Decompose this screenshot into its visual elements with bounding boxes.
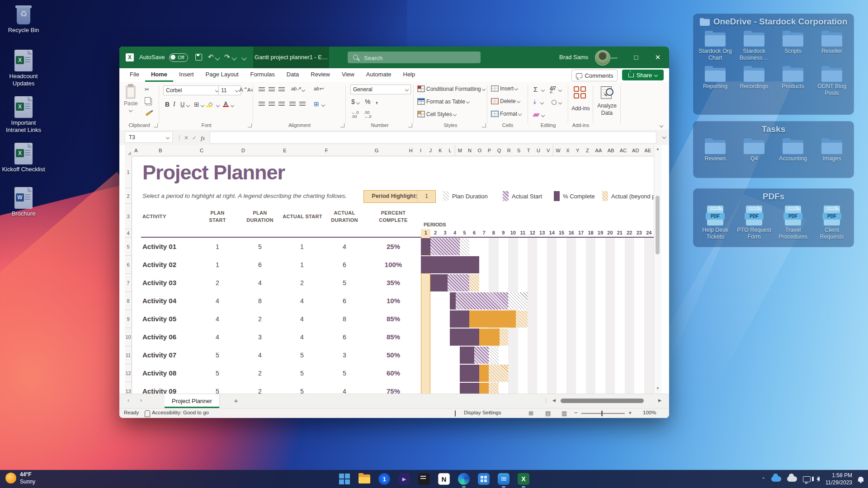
scroll-down-icon[interactable]: ▼: [656, 386, 660, 390]
number-format-select[interactable]: General: [350, 84, 411, 94]
tab-data[interactable]: Data: [281, 68, 305, 82]
tray-overflow-icon[interactable]: ⌃: [761, 477, 765, 482]
underline-dropdown-icon[interactable]: [186, 103, 190, 107]
increase-indent-icon[interactable]: [299, 102, 306, 106]
notion-taskbar-icon[interactable]: N: [438, 473, 450, 485]
clear-button[interactable]: [533, 113, 540, 117]
desktop-icon-kickoff-checklist[interactable]: XKickoff Checklist: [2, 143, 45, 173]
find-select-icon[interactable]: [552, 100, 557, 105]
column-header-Y[interactable]: Y: [573, 145, 583, 156]
fence-item-reseller[interactable]: Reseller: [812, 31, 851, 61]
onedrive-personal-icon[interactable]: [787, 476, 797, 482]
clock[interactable]: 1:58 PM 11/29/2023: [826, 472, 852, 486]
align-top-icon[interactable]: [259, 87, 265, 91]
confirm-entry-icon[interactable]: ✓: [192, 135, 197, 141]
insert-cells-button[interactable]: Insert: [491, 85, 518, 92]
accounting-format-button[interactable]: $: [351, 98, 355, 105]
column-header-S[interactable]: S: [514, 145, 524, 156]
tab-home[interactable]: Home: [145, 68, 173, 82]
insert-function-icon[interactable]: fx: [201, 135, 205, 142]
tab-review[interactable]: Review: [305, 68, 336, 82]
column-header-K[interactable]: K: [435, 145, 446, 156]
fence-item-pto-request-form[interactable]: PDFPTO Request Form: [735, 206, 774, 240]
align-middle-icon[interactable]: [269, 87, 275, 91]
zoom-out-icon[interactable]: −: [574, 409, 578, 416]
row-header-5[interactable]: 5: [125, 238, 132, 256]
quick-access-menu-icon[interactable]: [241, 55, 246, 60]
column-header-V[interactable]: V: [543, 145, 554, 156]
network-icon[interactable]: [803, 476, 811, 482]
column-header-G[interactable]: G: [347, 145, 406, 156]
percent-style-button[interactable]: %: [365, 98, 370, 105]
sheet-tab[interactable]: Project Planner: [165, 394, 219, 408]
vscroll-thumb[interactable]: [656, 196, 660, 254]
font-color-button[interactable]: A: [224, 101, 229, 107]
paste-button[interactable]: Paste: [124, 85, 138, 113]
desktop-icon-brochure[interactable]: WBrochure: [2, 187, 45, 217]
tab-file[interactable]: File: [124, 68, 145, 82]
fill-color-dropdown-icon[interactable]: [216, 103, 220, 107]
accessibility-status[interactable]: Accessibility: Good to go: [152, 410, 209, 415]
autosum-button[interactable]: Σ: [533, 85, 538, 93]
expand-formula-bar-icon[interactable]: [662, 135, 666, 139]
undo-icon[interactable]: ↶: [208, 53, 214, 61]
zoom-slider-thumb[interactable]: [601, 411, 603, 416]
fence-item-accounting[interactable]: Accounting: [774, 138, 812, 162]
zoom-slider[interactable]: [581, 413, 625, 414]
fence-item-help-desk-tickets[interactable]: PDFHelp Desk Tickets: [696, 206, 735, 240]
bold-button[interactable]: B: [165, 101, 170, 108]
column-header-Q[interactable]: Q: [494, 145, 505, 156]
align-left-icon[interactable]: [259, 102, 265, 106]
start-taskbar-icon[interactable]: [339, 473, 350, 485]
desktop-icon-important-intranet-links[interactable]: XImportant Intranet Links: [2, 96, 45, 133]
align-bottom-icon[interactable]: [278, 87, 285, 91]
column-header-D[interactable]: D: [222, 145, 264, 156]
undo-dropdown-icon[interactable]: [215, 55, 220, 60]
file-explorer-taskbar-icon[interactable]: [359, 473, 370, 485]
notifications-icon[interactable]: [858, 477, 863, 482]
borders-button[interactable]: ⊞: [194, 101, 199, 108]
format-cells-button[interactable]: Format: [491, 111, 521, 117]
onedrive-icon[interactable]: [771, 476, 781, 482]
grow-font-button[interactable]: A⌃: [239, 86, 248, 93]
column-header-F[interactable]: F: [306, 145, 348, 156]
search-input[interactable]: [363, 52, 478, 64]
column-header-I[interactable]: I: [416, 145, 426, 156]
tab-help[interactable]: Help: [397, 68, 421, 82]
user-name[interactable]: Brad Sams: [559, 54, 588, 61]
column-header-J[interactable]: J: [425, 145, 436, 156]
column-header-O[interactable]: O: [475, 145, 485, 156]
row-header-2[interactable]: 2: [125, 188, 132, 204]
edge-taskbar-icon[interactable]: [458, 473, 470, 485]
accounting-dropdown-icon[interactable]: [356, 101, 360, 104]
formula-input[interactable]: [210, 131, 656, 144]
horizontal-scrollbar[interactable]: [559, 398, 656, 404]
clear-dropdown-icon[interactable]: [541, 113, 545, 117]
column-header-H[interactable]: H: [406, 145, 416, 156]
cut-button[interactable]: ✂: [145, 86, 149, 93]
excel-taskbar-icon[interactable]: X: [518, 473, 529, 485]
minimize-button[interactable]: —: [604, 47, 624, 68]
fence-item-reporting[interactable]: Reporting: [696, 66, 735, 97]
display-settings-label[interactable]: Display Settings: [464, 410, 501, 415]
column-header-C[interactable]: C: [181, 145, 223, 156]
spreadsheet-grid[interactable]: ABCDEFGHIJKLMNOPQRSTUVWXYZAAABACADAE1234…: [119, 145, 669, 394]
fence-item-reviews[interactable]: Reviews: [696, 138, 735, 162]
column-header-R[interactable]: R: [504, 145, 514, 156]
clipchamp-taskbar-icon[interactable]: ▶: [398, 473, 410, 485]
merge-dropdown-icon[interactable]: [321, 103, 325, 107]
redo-dropdown-icon[interactable]: [231, 55, 236, 60]
row-header-4[interactable]: 4: [125, 229, 132, 238]
scrollbar-resize-handle[interactable]: ⋮: [543, 398, 549, 404]
fence-item-recordings[interactable]: Recordings: [735, 66, 774, 97]
row-header-7[interactable]: 7: [125, 274, 132, 292]
font-name-select[interactable]: Corbel: [163, 85, 221, 95]
desktop-icon-headcount-updates[interactable]: XHeadcount Updates: [2, 50, 45, 87]
hscroll-left-icon[interactable]: ◀: [552, 398, 556, 403]
select-all-corner[interactable]: [125, 145, 132, 156]
hscroll-thumb[interactable]: [561, 399, 644, 403]
autosave-toggle[interactable]: Off: [169, 53, 188, 62]
column-header-W[interactable]: W: [553, 145, 564, 156]
sheet-next-icon[interactable]: ›: [140, 397, 142, 404]
fence-item-client-requests[interactable]: PDFClient Requests: [812, 206, 851, 240]
